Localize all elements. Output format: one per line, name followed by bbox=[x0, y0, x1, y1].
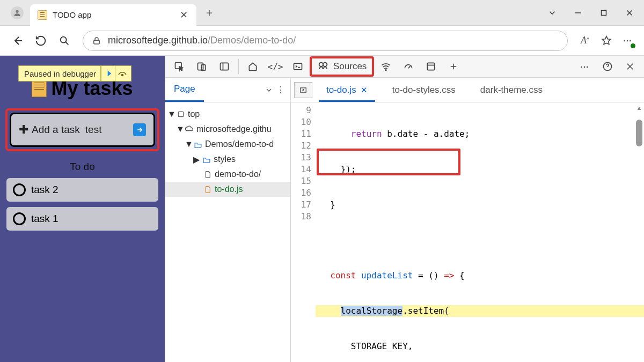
file-tab[interactable]: to-do-styles.css bbox=[385, 78, 463, 102]
device-emulation-button[interactable] bbox=[191, 56, 213, 77]
svg-rect-8 bbox=[221, 63, 229, 70]
window-titlebar: ☰ TODO app ✕ ＋ bbox=[0, 0, 644, 26]
tree-origin[interactable]: ▼microsoftedge.githu bbox=[165, 122, 290, 137]
file-tree[interactable]: ▼top ▼microsoftedge.githu ▼Demos/demo-to… bbox=[165, 102, 290, 201]
resume-button[interactable] bbox=[101, 66, 115, 81]
svg-rect-13 bbox=[428, 63, 435, 70]
tab-title: TODO app bbox=[53, 10, 173, 19]
sources-label: Sources bbox=[333, 61, 367, 72]
url-path-dim: /Demos bbox=[208, 35, 241, 46]
new-tab-button[interactable]: ＋ bbox=[200, 3, 219, 23]
refresh-button[interactable] bbox=[29, 29, 53, 53]
add-task-label: Add a task bbox=[32, 124, 80, 136]
svg-rect-16 bbox=[301, 87, 306, 92]
page-viewport: Paused in debugger My tasks ✚ Add a task… bbox=[0, 56, 165, 362]
toolbar: microsoftedge.github.io/Demos/demo-to-do… bbox=[0, 26, 644, 56]
devtools-help-button[interactable] bbox=[597, 56, 618, 77]
favorite-button[interactable] bbox=[596, 30, 617, 51]
task-item[interactable]: task 2 bbox=[6, 178, 158, 202]
svg-point-10 bbox=[319, 63, 323, 67]
notes-icon bbox=[32, 79, 47, 97]
inspect-element-button[interactable] bbox=[169, 56, 190, 77]
performance-panel-button[interactable] bbox=[398, 56, 419, 77]
close-window-button[interactable] bbox=[617, 1, 642, 25]
devtools-close-button[interactable] bbox=[619, 56, 641, 77]
task-checkbox[interactable] bbox=[13, 183, 26, 196]
svg-rect-9 bbox=[294, 63, 302, 70]
paused-banner-text: Paused in debugger bbox=[24, 69, 96, 78]
devtools-panel: </> Sources ⋯ Page ⋮ bbox=[165, 56, 644, 362]
tree-top[interactable]: ▼top bbox=[165, 107, 290, 122]
devtools-toolbar: </> Sources ⋯ bbox=[165, 56, 644, 78]
file-tab-active[interactable]: to-do.js✕ bbox=[319, 78, 375, 102]
svg-rect-6 bbox=[198, 63, 203, 70]
step-over-button[interactable] bbox=[115, 66, 129, 81]
svg-rect-3 bbox=[94, 40, 100, 44]
elements-panel-button[interactable]: </> bbox=[265, 56, 286, 77]
task-name: task 2 bbox=[31, 184, 58, 196]
window-chevron[interactable] bbox=[540, 1, 565, 25]
more-tabs-button[interactable] bbox=[443, 56, 464, 77]
sources-editor: to-do.js✕ to-do-styles.css dark-theme.cs… bbox=[291, 78, 644, 362]
back-button[interactable] bbox=[5, 29, 29, 53]
task-checkbox[interactable] bbox=[13, 212, 26, 225]
tree-file-js[interactable]: to-do.js bbox=[165, 182, 290, 197]
task-item[interactable]: task 1 bbox=[6, 207, 158, 231]
url-path-dim2: /demo-to-do/ bbox=[241, 35, 296, 46]
navigator-page-tab[interactable]: Page bbox=[165, 78, 204, 102]
code-editor-body[interactable]: return b.date - a.date; }); } const upda… bbox=[316, 102, 644, 362]
url-host: microsoftedge.github.io bbox=[108, 35, 208, 46]
tree-folder-styles[interactable]: ▶styles bbox=[165, 152, 290, 167]
svg-point-2 bbox=[61, 36, 67, 42]
svg-point-4 bbox=[121, 75, 123, 76]
maximize-button[interactable] bbox=[591, 1, 616, 25]
tree-folder-demos[interactable]: ▼Demos/demo-to-d bbox=[165, 137, 290, 152]
minimize-button[interactable] bbox=[566, 1, 590, 25]
svg-point-0 bbox=[16, 10, 18, 12]
settings-button[interactable]: ⋯ bbox=[617, 30, 639, 51]
profile-avatar[interactable] bbox=[11, 6, 24, 19]
add-task-value: test bbox=[85, 124, 102, 136]
file-tab[interactable]: dark-theme.css bbox=[473, 78, 550, 102]
dock-side-button[interactable] bbox=[214, 56, 235, 77]
console-panel-button[interactable] bbox=[287, 56, 309, 77]
lock-icon bbox=[92, 36, 101, 46]
todo-section-heading: To do bbox=[5, 161, 159, 173]
tab-close-button[interactable]: ✕ bbox=[180, 9, 188, 21]
paused-in-debugger-banner: Paused in debugger bbox=[18, 65, 131, 82]
welcome-panel-button[interactable] bbox=[242, 56, 264, 77]
submit-task-button[interactable] bbox=[133, 123, 146, 136]
network-panel-button[interactable] bbox=[375, 56, 397, 77]
tree-file-html[interactable]: demo-to-do/ bbox=[165, 167, 290, 182]
application-panel-button[interactable] bbox=[420, 56, 442, 77]
sources-navigator: Page ⋮ ▼top ▼microsoftedge.githu ▼Demos/… bbox=[165, 78, 291, 362]
svg-rect-15 bbox=[178, 112, 183, 116]
svg-point-12 bbox=[386, 70, 387, 71]
navigator-more-button[interactable]: ⋮ bbox=[276, 85, 285, 95]
devtools-more-button[interactable]: ⋯ bbox=[574, 56, 596, 77]
browser-tab[interactable]: ☰ TODO app ✕ bbox=[30, 4, 196, 26]
navigate-back-button[interactable] bbox=[294, 82, 312, 98]
add-task-input[interactable]: ✚ Add a task test bbox=[10, 113, 155, 147]
editor-file-tabs: to-do.js✕ to-do-styles.css dark-theme.cs… bbox=[291, 78, 644, 102]
editor-scrollbar[interactable]: ▲▼ bbox=[635, 105, 643, 362]
navigator-dropdown[interactable] bbox=[265, 86, 273, 94]
svg-rect-1 bbox=[602, 10, 606, 15]
read-aloud-button[interactable]: A» bbox=[574, 30, 596, 51]
highlight-annotation-addtask: ✚ Add a task test bbox=[5, 108, 159, 151]
sources-panel-tab[interactable]: Sources bbox=[310, 56, 374, 77]
clipboard-icon: ☰ bbox=[38, 10, 47, 20]
line-gutter[interactable]: 9 10 11 12 13 14 15 16 17 18 bbox=[291, 102, 316, 362]
svg-point-11 bbox=[323, 63, 327, 67]
paused-token: localStorage bbox=[341, 306, 403, 316]
close-file-tab[interactable]: ✕ bbox=[361, 85, 368, 95]
address-bar[interactable]: microsoftedge.github.io/Demos/demo-to-do… bbox=[83, 31, 568, 51]
plus-icon: ✚ bbox=[19, 123, 28, 137]
browser-search-button[interactable] bbox=[53, 29, 76, 53]
task-name: task 1 bbox=[31, 213, 58, 225]
